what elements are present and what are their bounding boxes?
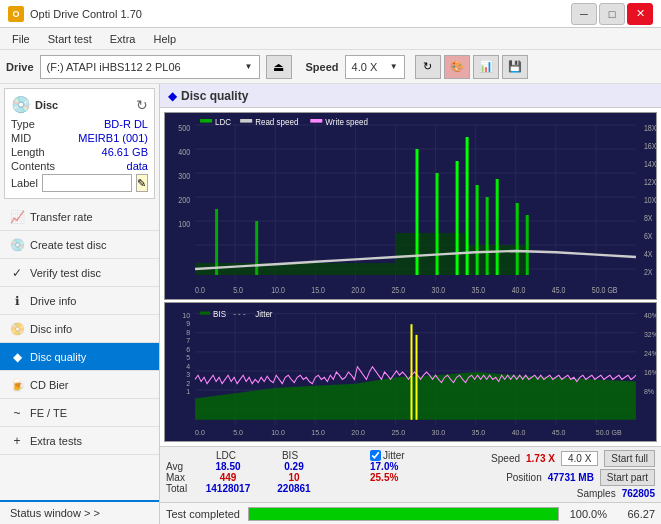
svg-text:45.0: 45.0 [552, 285, 566, 295]
avg-ldc-value: 18.50 [196, 461, 260, 472]
svg-text:20.0: 20.0 [351, 285, 365, 295]
label-edit-button[interactable]: ✎ [136, 174, 148, 192]
svg-text:45.0: 45.0 [552, 427, 566, 436]
max-ldc-value: 449 [196, 472, 260, 483]
mid-value: MEIRB1 (001) [78, 132, 148, 144]
menu-file[interactable]: File [4, 31, 38, 47]
avg-label: Avg [166, 461, 194, 472]
label-input[interactable] [42, 174, 132, 192]
ldc-bis-stats: LDC BIS Avg 18.50 0.29 Max 449 10 Total … [166, 450, 366, 494]
svg-text:8X: 8X [644, 213, 653, 223]
svg-text:5.0: 5.0 [233, 285, 243, 295]
menu-extra[interactable]: Extra [102, 31, 144, 47]
graph-button[interactable]: 📊 [473, 55, 499, 79]
eject-button[interactable]: ⏏ [266, 55, 292, 79]
close-button[interactable]: ✕ [627, 3, 653, 25]
jitter-checkbox[interactable] [370, 450, 381, 461]
svg-text:400: 400 [178, 147, 190, 157]
svg-text:12X: 12X [644, 177, 656, 187]
titlebar-left: O Opti Drive Control 1.70 [8, 6, 142, 22]
stats-right-panel: Speed 1.73 X 4.0 X Start full Position 4… [491, 450, 655, 499]
samples-row: Samples 762805 [577, 488, 655, 499]
disc-header: 💿 Disc ↻ [11, 95, 148, 114]
speed-box[interactable]: 4.0 X [561, 451, 598, 466]
svg-rect-22 [255, 221, 258, 275]
charts-container: LDC Read speed Write speed 500 400 300 2… [160, 108, 661, 446]
sidebar-item-cd-bier[interactable]: 🍺 CD Bier [0, 371, 159, 399]
svg-rect-18 [195, 263, 395, 275]
sidebar-item-create-test-disc[interactable]: 💿 Create test disc [0, 231, 159, 259]
disc-title: Disc [35, 99, 58, 111]
svg-text:15.0: 15.0 [311, 285, 325, 295]
samples-value: 762805 [622, 488, 655, 499]
sidebar-item-transfer-rate[interactable]: 📈 Transfer rate [0, 203, 159, 231]
svg-text:6X: 6X [644, 231, 653, 241]
sidebar-item-fe-te[interactable]: ~ FE / TE [0, 399, 159, 427]
status-window-button[interactable]: Status window > > [0, 500, 159, 524]
speed-select[interactable]: 4.0 X ▼ [345, 55, 405, 79]
svg-text:10X: 10X [644, 195, 656, 205]
svg-rect-28 [486, 197, 489, 275]
svg-text:50.0 GB: 50.0 GB [596, 427, 622, 436]
minimize-button[interactable]: ─ [571, 3, 597, 25]
ldc-chart-svg: LDC Read speed Write speed 500 400 300 2… [165, 113, 656, 299]
toolbar-buttons: ↻ 🎨 📊 💾 [415, 55, 528, 79]
speed-label: Speed [306, 61, 339, 73]
menu-help[interactable]: Help [145, 31, 184, 47]
sidebar: 💿 Disc ↻ Type BD-R DL MID MEIRB1 (001) L… [0, 84, 160, 524]
sidebar-item-drive-info[interactable]: ℹ Drive info [0, 287, 159, 315]
chart-header: ◆ Disc quality [160, 84, 661, 108]
drive-dropdown-icon: ▼ [245, 62, 253, 71]
svg-rect-30 [516, 203, 519, 275]
drive-label: Drive [6, 61, 34, 73]
start-full-button[interactable]: Start full [604, 450, 655, 467]
menu-start-test[interactable]: Start test [40, 31, 100, 47]
chart-title: Disc quality [181, 89, 248, 103]
ldc-speed-chart: LDC Read speed Write speed 500 400 300 2… [164, 112, 657, 300]
refresh-button[interactable]: ↻ [415, 55, 441, 79]
svg-rect-25 [456, 161, 459, 275]
maximize-button[interactable]: □ [599, 3, 625, 25]
svg-rect-29 [496, 179, 499, 275]
bis-col-header: BIS [258, 450, 322, 461]
color-button[interactable]: 🎨 [444, 55, 470, 79]
svg-rect-26 [466, 137, 469, 275]
svg-text:10.0: 10.0 [271, 285, 285, 295]
svg-text:4X: 4X [644, 249, 653, 259]
svg-text:500: 500 [178, 123, 190, 133]
svg-text:16%: 16% [644, 368, 656, 377]
jitter-label: Jitter [383, 450, 405, 461]
ldc-col-header: LDC [194, 450, 258, 461]
contents-label: Contents [11, 160, 55, 172]
svg-rect-82 [416, 335, 418, 420]
svg-text:LDC: LDC [215, 116, 232, 127]
disc-length-row: Length 46.61 GB [11, 146, 148, 158]
cd-bier-icon: 🍺 [10, 378, 24, 392]
sidebar-item-disc-quality[interactable]: ◆ Disc quality [0, 343, 159, 371]
status-text: Test completed [166, 508, 240, 520]
svg-text:Write speed: Write speed [325, 116, 368, 127]
sidebar-item-verify-test-disc[interactable]: ✓ Verify test disc [0, 259, 159, 287]
drive-bar: Drive (F:) ATAPI iHBS112 2 PL06 ▼ ⏏ Spee… [0, 50, 661, 84]
svg-text:25.0: 25.0 [391, 285, 405, 295]
sidebar-item-label: Disc info [30, 323, 72, 335]
disc-refresh-button[interactable]: ↻ [136, 97, 148, 113]
bis-jitter-chart: BIS - - - Jitter 10 9 8 7 6 5 4 3 2 1 40… [164, 302, 657, 442]
speed-dropdown-icon: ▼ [390, 62, 398, 71]
save-button[interactable]: 💾 [502, 55, 528, 79]
start-part-button[interactable]: Start part [600, 469, 655, 486]
svg-text:40.0: 40.0 [512, 285, 526, 295]
drive-select[interactable]: (F:) ATAPI iHBS112 2 PL06 ▼ [40, 55, 260, 79]
sidebar-item-extra-tests[interactable]: + Extra tests [0, 427, 159, 455]
speed-value: 4.0 X [352, 61, 378, 73]
disc-quality-icon: ◆ [10, 350, 24, 364]
jitter-header-row: Jitter [366, 450, 436, 461]
svg-text:300: 300 [178, 171, 190, 181]
mid-label: MID [11, 132, 31, 144]
svg-text:30.0: 30.0 [432, 427, 446, 436]
sidebar-item-disc-info[interactable]: 📀 Disc info [0, 315, 159, 343]
svg-rect-24 [436, 173, 439, 275]
content-area: ◆ Disc quality [160, 84, 661, 524]
menubar: File Start test Extra Help [0, 28, 661, 50]
transfer-rate-icon: 📈 [10, 210, 24, 224]
